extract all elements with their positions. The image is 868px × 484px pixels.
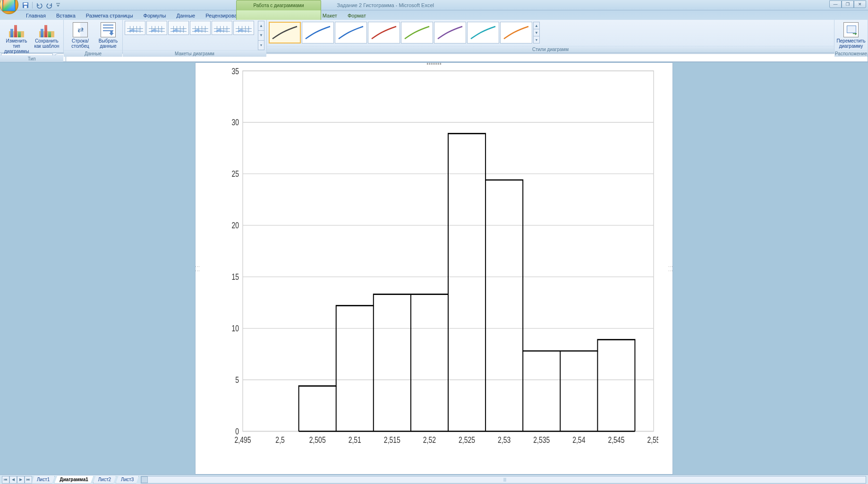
contextual-tab-title: Работа с диаграммами: [236, 0, 321, 10]
title-bar: Задание 2 Гистограмма - Microsoft Excel …: [0, 0, 868, 10]
switch-row-column-button[interactable]: Строка/столбец: [66, 21, 95, 50]
styles-gallery-scroll[interactable]: ▲ ▼ ▾: [533, 22, 540, 43]
move-chart-button[interactable]: Переместить диаграмму: [836, 21, 866, 50]
change-chart-type-button[interactable]: Изменить тип диаграммы: [2, 21, 31, 55]
tab-page-layout[interactable]: Разметка страницы: [81, 11, 138, 20]
save-as-template-button[interactable]: Сохранить как шаблон: [32, 21, 61, 50]
tab-home[interactable]: Главная: [21, 11, 51, 20]
style-thumb[interactable]: [335, 22, 367, 43]
ribbon-group-location: Переместить диаграмму Расположение: [834, 20, 868, 52]
style-thumb[interactable]: [434, 22, 466, 43]
tab-chart-format[interactable]: Формат: [342, 11, 371, 20]
scroll-up-icon[interactable]: ▲: [258, 21, 264, 31]
qat-customize-icon[interactable]: [55, 1, 61, 9]
tab-formulas[interactable]: Формулы: [138, 11, 171, 20]
move-chart-icon: [843, 22, 859, 37]
style-thumb[interactable]: [368, 22, 400, 43]
style-thumb[interactable]: [467, 22, 499, 43]
scroll-up-icon[interactable]: ▲: [534, 22, 539, 29]
chart-bars-icon: [9, 22, 24, 37]
layout-thumb[interactable]: [146, 21, 167, 35]
chart-styles-gallery[interactable]: [269, 22, 532, 43]
scroll-more-icon[interactable]: ▾: [534, 36, 539, 43]
restore-button[interactable]: ❐: [842, 0, 854, 8]
chart-template-icon: [39, 22, 54, 37]
layout-thumb[interactable]: [168, 21, 189, 35]
layout-thumb[interactable]: [233, 21, 254, 35]
quick-access-toolbar: [21, 1, 61, 9]
chart-layouts-gallery[interactable]: [125, 21, 257, 35]
switch-icon: [73, 22, 88, 37]
save-icon[interactable]: [21, 1, 30, 9]
window-title: Задание 2 Гистограмма - Microsoft Excel: [337, 2, 434, 8]
ribbon-group-data: Строка/столбец Выбрать данные Данные: [64, 20, 123, 52]
select-data-button[interactable]: Выбрать данные: [96, 21, 120, 50]
undo-icon[interactable]: [34, 1, 44, 9]
redo-icon[interactable]: [45, 1, 54, 9]
layout-thumb[interactable]: [190, 21, 211, 35]
ribbon-group-styles: ▲ ▼ ▾ Стили диаграмм: [267, 20, 834, 52]
ribbon-group-layouts: ▲ ▼ ▾ Макеты диаграмм: [123, 20, 267, 52]
close-button[interactable]: ✕: [854, 0, 866, 8]
window-controls: ― ❐ ✕: [829, 0, 866, 8]
ribbon-group-type: Изменить тип диаграммы Сохранить как шаб…: [0, 20, 64, 52]
ribbon-body: Изменить тип диаграммы Сохранить как шаб…: [0, 20, 868, 53]
layouts-gallery-scroll[interactable]: ▲ ▼ ▾: [258, 21, 264, 50]
layout-thumb[interactable]: [125, 21, 145, 35]
style-thumb[interactable]: [302, 22, 334, 43]
layout-thumb[interactable]: [212, 21, 232, 35]
scroll-more-icon[interactable]: ▾: [258, 41, 264, 50]
style-thumb[interactable]: [500, 22, 532, 43]
style-thumb[interactable]: [401, 22, 433, 43]
svg-rect-1: [24, 3, 27, 5]
select-data-icon: [101, 22, 116, 37]
ribbon-tabs: Главная Вставка Разметка страницы Формул…: [0, 10, 868, 20]
svg-rect-2: [24, 6, 27, 8]
tab-data[interactable]: Данные: [171, 11, 200, 20]
style-thumb[interactable]: [269, 22, 301, 43]
scroll-down-icon[interactable]: ▼: [258, 31, 264, 40]
scroll-down-icon[interactable]: ▼: [534, 29, 539, 36]
tab-insert[interactable]: Вставка: [51, 11, 81, 20]
minimize-button[interactable]: ―: [829, 0, 842, 8]
